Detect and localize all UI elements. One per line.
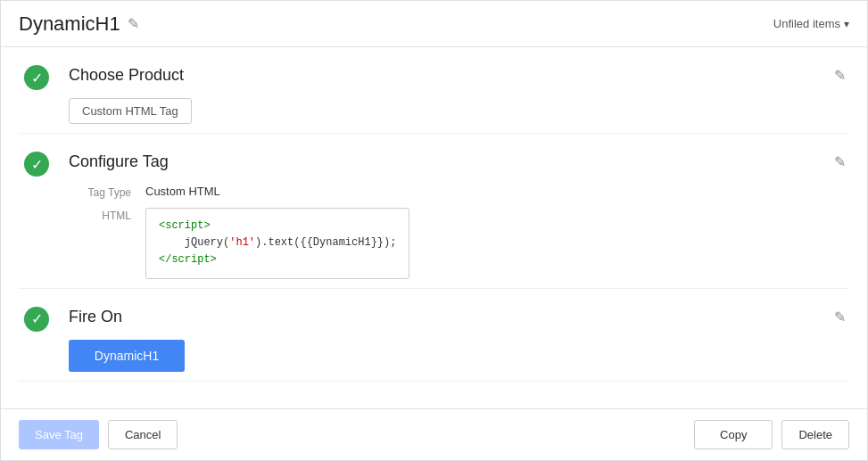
choose-product-title: Choose Product — [69, 66, 184, 85]
fire-on-header: Fire On ✎ — [69, 305, 849, 329]
configure-tag-check-circle: ✓ — [24, 152, 49, 177]
checkmark-icon-3: ✓ — [31, 310, 43, 327]
configure-tag-title: Configure Tag — [69, 152, 169, 171]
configure-tag-header: Configure Tag ✎ — [69, 150, 849, 174]
fire-on-check-circle: ✓ — [24, 307, 49, 332]
configure-tag-details: Tag Type Custom HTML HTML <script> jQuer… — [69, 185, 849, 279]
tag-type-value: Custom HTML — [145, 185, 220, 198]
code-line-1: <script> — [159, 218, 396, 235]
html-row: HTML <script> jQuery('h1').text({{Dynami… — [69, 208, 849, 279]
checkmark-icon-2: ✓ — [31, 156, 43, 173]
save-tag-button[interactable]: Save Tag — [19, 420, 99, 449]
html-label: HTML — [69, 208, 131, 222]
configure-tag-check-col: ✓ — [19, 150, 54, 177]
code-line-3: </script> — [159, 251, 396, 268]
html-code-block: <script> jQuery('h1').text({{DynamicH1}}… — [145, 208, 409, 279]
main-content: ✓ Choose Product ✎ Custom HTML Tag ✓ Con — [1, 47, 867, 408]
fire-on-title: Fire On — [69, 308, 122, 326]
copy-button[interactable]: Copy — [694, 420, 773, 449]
checkmark-icon: ✓ — [31, 70, 43, 86]
choose-product-check-circle: ✓ — [24, 65, 49, 90]
chevron-down-icon: ▾ — [844, 18, 849, 30]
title-edit-icon[interactable]: ✎ — [128, 15, 139, 32]
page-wrapper: DynamicH1 ✎ Unfiled items ▾ ✓ Choose Pro… — [0, 0, 868, 461]
footer: Save Tag Cancel Copy Delete — [1, 408, 867, 460]
choose-product-section: ✓ Choose Product ✎ Custom HTML Tag — [19, 47, 849, 134]
code-line-2: jQuery('h1').text({{DynamicH1}}); — [159, 235, 396, 251]
header: DynamicH1 ✎ Unfiled items ▾ — [1, 1, 867, 47]
choose-product-header: Choose Product ✎ — [69, 63, 849, 87]
configure-tag-body: Configure Tag ✎ Tag Type Custom HTML HTM… — [54, 150, 849, 279]
footer-right: Copy Delete — [694, 420, 849, 449]
dynamich1-trigger-button[interactable]: DynamicH1 — [69, 340, 185, 372]
tag-type-label: Tag Type — [69, 185, 131, 199]
custom-html-tag-chip: Custom HTML Tag — [69, 98, 192, 124]
configure-tag-section: ✓ Configure Tag ✎ Tag Type Custom HTML H… — [19, 134, 849, 289]
configure-tag-edit-icon[interactable]: ✎ — [831, 150, 849, 174]
tag-type-row: Tag Type Custom HTML — [69, 185, 849, 199]
choose-product-check-col: ✓ — [19, 63, 54, 90]
fire-on-section: ✓ Fire On ✎ DynamicH1 — [19, 289, 849, 382]
delete-button[interactable]: Delete — [781, 420, 849, 449]
fire-on-edit-icon[interactable]: ✎ — [831, 305, 849, 329]
fire-on-body: Fire On ✎ DynamicH1 — [54, 305, 849, 372]
header-left: DynamicH1 ✎ — [19, 12, 139, 36]
unfiled-items-label: Unfiled items — [773, 17, 840, 30]
footer-left: Save Tag Cancel — [19, 420, 178, 449]
cancel-button[interactable]: Cancel — [108, 420, 178, 449]
fire-on-check-col: ✓ — [19, 305, 54, 332]
choose-product-edit-icon[interactable]: ✎ — [831, 63, 849, 87]
page-title: DynamicH1 — [19, 12, 120, 36]
unfiled-items-dropdown[interactable]: Unfiled items ▾ — [773, 17, 849, 30]
choose-product-body: Choose Product ✎ Custom HTML Tag — [54, 63, 849, 124]
